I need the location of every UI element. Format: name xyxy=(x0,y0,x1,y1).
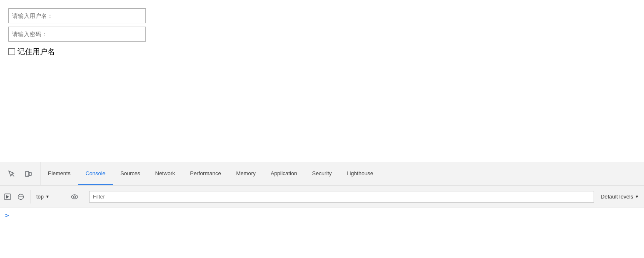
dropdown-arrow-icon: ▼ xyxy=(45,194,50,199)
tab-application[interactable]: Application xyxy=(263,162,305,185)
password-input[interactable] xyxy=(8,27,146,42)
separator-2 xyxy=(84,190,84,203)
run-script-icon[interactable] xyxy=(2,191,13,203)
remember-row: 记住用户名 xyxy=(8,47,636,57)
svg-point-9 xyxy=(74,196,76,198)
levels-dropdown-icon: ▼ xyxy=(635,194,639,199)
console-prompt[interactable]: > xyxy=(5,211,9,219)
separator-1 xyxy=(30,190,30,203)
remember-checkbox[interactable] xyxy=(8,48,15,55)
default-levels-button[interactable]: Default levels ▼ xyxy=(597,192,642,201)
tab-elements[interactable]: Elements xyxy=(40,162,78,185)
filter-input[interactable] xyxy=(89,191,594,203)
console-output: > xyxy=(0,208,644,258)
tab-sources[interactable]: Sources xyxy=(113,162,148,185)
svg-marker-5 xyxy=(6,195,9,198)
svg-point-8 xyxy=(72,195,78,199)
tab-security[interactable]: Security xyxy=(305,162,339,185)
password-row xyxy=(8,27,636,42)
tab-lighthouse[interactable]: Lighthouse xyxy=(339,162,381,185)
tab-console[interactable]: Console xyxy=(78,162,113,185)
tab-performance[interactable]: Performance xyxy=(182,162,228,185)
inspect-element-icon[interactable] xyxy=(3,166,20,182)
tab-memory[interactable]: Memory xyxy=(229,162,263,185)
context-selector[interactable]: top ▼ xyxy=(34,192,67,201)
device-toolbar-icon[interactable] xyxy=(20,166,37,182)
devtools-left-icons xyxy=(0,162,40,185)
page-content: 记住用户名 xyxy=(0,0,644,117)
devtools-tabs: Elements Console Sources Network Perform… xyxy=(40,162,644,185)
devtools-topbar: Elements Console Sources Network Perform… xyxy=(0,162,644,186)
svg-line-0 xyxy=(12,174,15,176)
svg-rect-2 xyxy=(29,172,31,176)
tab-network[interactable]: Network xyxy=(148,162,183,185)
svg-point-3 xyxy=(27,175,27,176)
username-input[interactable] xyxy=(8,8,146,23)
username-row xyxy=(8,8,636,23)
console-toolbar: top ▼ Default levels ▼ xyxy=(0,186,644,208)
clear-console-icon[interactable] xyxy=(15,191,27,203)
devtools-panel: Elements Console Sources Network Perform… xyxy=(0,162,644,258)
remember-label: 记住用户名 xyxy=(17,47,55,57)
eye-icon[interactable] xyxy=(69,191,80,203)
